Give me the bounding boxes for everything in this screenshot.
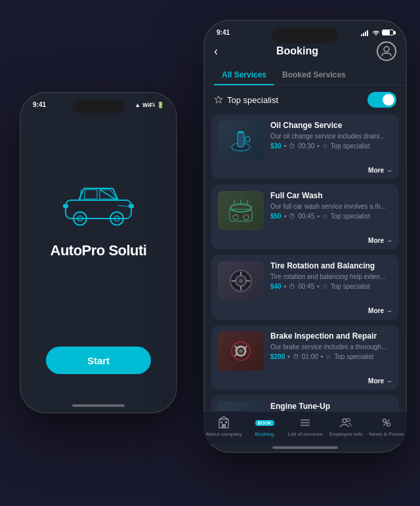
service-list: Oil Change Service Our oil change servic…: [203, 114, 407, 411]
avatar-button[interactable]: [377, 41, 396, 61]
service-thumb-brake: [218, 331, 264, 371]
svg-point-53: [383, 419, 387, 423]
nav-about-label: About company: [205, 431, 242, 437]
service-meta-tire: $40 • ⏱ 00:45 • ☆ Top specialist: [270, 283, 392, 290]
nav-booking-label: Booking: [255, 431, 274, 437]
svg-rect-43: [224, 424, 226, 428]
svg-rect-11: [367, 30, 368, 36]
service-thumb-wash: [218, 191, 264, 230]
right-home-bar: [272, 446, 338, 449]
svg-rect-44: [220, 421, 222, 423]
more-link-wash[interactable]: More →: [368, 237, 392, 244]
nav-about[interactable]: About company: [203, 415, 244, 437]
tabs-bar: All Services Booked Services: [203, 65, 407, 85]
service-card-brake: Brake Inspection and Repair Our brake se…: [211, 325, 399, 390]
service-price-oil: $30: [270, 142, 282, 150]
more-link-oil[interactable]: More →: [368, 167, 392, 174]
service-name-wash: Full Car Wash: [270, 191, 392, 200]
service-desc-wash: Our full car wash service involves a th.…: [270, 202, 392, 211]
nav-news[interactable]: News & Promo: [366, 415, 407, 437]
specialist-filter-row: Top specialist: [203, 85, 407, 114]
svg-rect-5: [129, 204, 134, 208]
svg-point-26: [239, 279, 243, 283]
left-home-bar: [72, 404, 125, 407]
nav-services-label: List of services: [288, 431, 323, 437]
right-phone-notch: [272, 28, 338, 43]
service-thumb-oil: [218, 121, 264, 160]
svg-point-33: [239, 349, 243, 353]
nav-services-list[interactable]: List of services: [285, 415, 326, 437]
svg-point-54: [387, 423, 390, 427]
percent-icon: [379, 415, 394, 430]
list-icon: [298, 415, 312, 430]
left-main-content: AutoPro Soluti: [20, 108, 177, 331]
specialist-label: Top specialist: [214, 95, 278, 105]
bottom-nav: About company BOOK Booking List of servi…: [203, 411, 407, 444]
more-link-brake[interactable]: More →: [368, 377, 392, 385]
svg-rect-14: [238, 133, 244, 147]
svg-point-15: [245, 137, 250, 142]
tab-all-services[interactable]: All Services: [214, 65, 274, 85]
header-title: Booking: [276, 45, 318, 57]
svg-rect-9: [363, 33, 364, 36]
svg-rect-10: [365, 32, 366, 36]
service-meta-wash: $50 • ⏱ 00:45 • ☆ Top specialist: [270, 213, 392, 220]
service-info-wash: Full Car Wash Our full car wash service …: [270, 191, 392, 230]
people-icon: [339, 415, 353, 430]
app-title: AutoPro Soluti: [51, 242, 147, 259]
service-info-brake: Brake Inspection and Repair Our brake se…: [270, 331, 392, 371]
right-status-icons: [361, 30, 394, 36]
right-time: 9:41: [217, 29, 230, 36]
nav-news-label: News & Promo: [369, 431, 404, 437]
service-card-oil-change: Oil Change Service Our oil change servic…: [211, 114, 399, 179]
left-phone: 9:41 ▲ WiFi 🔋: [20, 92, 177, 413]
nav-booking[interactable]: BOOK Booking: [244, 415, 285, 437]
left-status-icons: ▲ WiFi 🔋: [135, 102, 164, 108]
star-icon: [214, 95, 223, 104]
building-icon: [217, 415, 231, 430]
top-specialist-toggle[interactable]: [368, 92, 396, 108]
more-link-tire[interactable]: More →: [368, 307, 392, 314]
calendar-icon: BOOK: [257, 415, 272, 430]
service-card-engine: Engine Tune-Up An engine tune-up involve…: [211, 395, 399, 411]
start-button[interactable]: Start: [46, 347, 151, 374]
service-name-tire: Tire Rotation and Balancing: [270, 261, 392, 270]
service-info-oil: Oil Change Service Our oil change servic…: [270, 121, 392, 160]
service-desc-oil: Our oil change service includes draini..…: [270, 132, 392, 140]
service-desc-brake: Our brake service includes a thorough...: [270, 343, 392, 351]
service-card-car-wash: Full Car Wash Our full car wash service …: [211, 184, 399, 249]
svg-rect-42: [222, 424, 224, 428]
service-info-tire: Tire Rotation and Balancing Tire rotatio…: [270, 261, 392, 301]
car-icon: [59, 180, 138, 229]
service-meta-brake: $200 • ⏱ 01:00 • ☆ Top specialist: [270, 353, 392, 360]
nav-employees[interactable]: Employee info: [326, 415, 366, 437]
service-name-oil: Oil Change Service: [270, 121, 392, 130]
right-phone: 9:41 ‹ Booking: [203, 20, 407, 453]
service-name-brake: Brake Inspection and Repair: [270, 331, 392, 341]
service-name-engine: Engine Tune-Up: [270, 402, 392, 411]
wifi-icon: [372, 30, 380, 36]
svg-point-12: [384, 47, 389, 52]
svg-rect-0: [66, 200, 131, 219]
service-info-engine: Engine Tune-Up An engine tune-up involve…: [270, 402, 392, 411]
nav-employees-label: Employee info: [329, 431, 363, 437]
back-button[interactable]: ‹: [214, 45, 218, 58]
scene: 9:41 ▲ WiFi 🔋: [0, 0, 420, 506]
service-meta-oil: $30 • ⏱ 00:30 • ☆ Top specialist: [270, 142, 392, 150]
service-thumb-engine: [218, 402, 264, 411]
svg-rect-45: [225, 421, 227, 423]
svg-point-51: [343, 419, 346, 423]
svg-rect-6: [63, 204, 68, 208]
battery-icon: [382, 30, 394, 35]
left-time: 9:41: [33, 101, 46, 108]
left-phone-notch: [72, 100, 125, 113]
service-thumb-tire: [218, 261, 264, 301]
tab-booked-services[interactable]: Booked Services: [274, 65, 354, 85]
signal-icon: [361, 30, 370, 36]
user-icon: [381, 45, 392, 57]
service-card-tire: Tire Rotation and Balancing Tire rotatio…: [211, 255, 399, 320]
service-desc-tire: Tire rotation and balancing help exten..…: [270, 272, 392, 281]
svg-point-52: [347, 419, 350, 422]
